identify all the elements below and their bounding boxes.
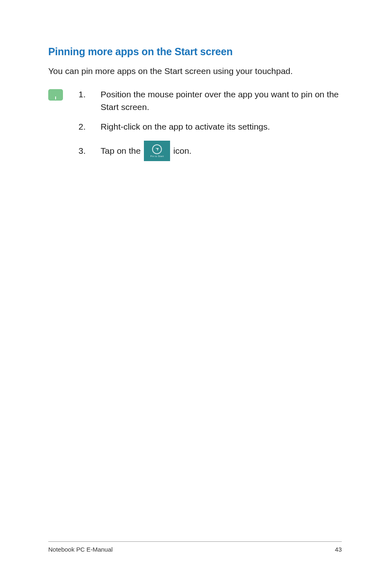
step-text: Right-click on the app to activate its s… [101, 121, 342, 133]
step-item: 3. Tap on the Pin to Start icon. [78, 141, 342, 161]
touchpad-icon [48, 89, 63, 101]
pin-to-start-icon: Pin to Start [144, 141, 170, 161]
pin-icon-label: Pin to Start [150, 155, 164, 157]
section-heading: Pinning more apps on the Start screen [48, 46, 342, 58]
pin-circle-icon [152, 144, 162, 154]
step-item: 1. Position the mouse pointer over the a… [78, 88, 342, 113]
intro-text: You can pin more apps on the Start scree… [48, 65, 342, 77]
footer-title: Notebook PC E-Manual [48, 546, 113, 553]
page-number: 43 [335, 546, 342, 553]
step-item: 2. Right-click on the app to activate it… [78, 121, 342, 133]
page-footer: Notebook PC E-Manual 43 [48, 541, 342, 553]
step-text: Position the mouse pointer over the app … [101, 88, 342, 113]
steps-container: 1. Position the mouse pointer over the a… [48, 88, 342, 161]
page-content: Pinning more apps on the Start screen Yo… [0, 0, 390, 161]
step-text-before: Tap on the [101, 146, 141, 156]
step-inline-content: Tap on the Pin to Start icon. [101, 141, 191, 161]
step-text-after: icon. [173, 146, 191, 156]
touchpad-icon-column [48, 88, 63, 161]
step-number: 2. [78, 121, 87, 133]
step-number: 3. [78, 146, 87, 156]
steps-list: 1. Position the mouse pointer over the a… [78, 88, 342, 161]
step-number: 1. [78, 88, 87, 113]
